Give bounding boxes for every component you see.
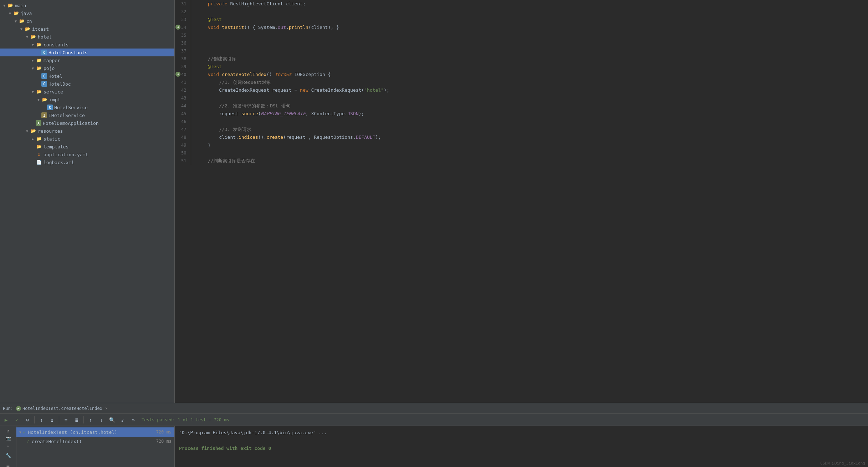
tree-item-resources[interactable]: ▼📂resources	[0, 127, 174, 135]
tree-arrow-resources[interactable]: ▼	[24, 129, 30, 133]
code-line-51: 51 //判断索引库是否存在	[175, 157, 868, 165]
star-icon[interactable]: ✦	[3, 443, 14, 448]
expand-button[interactable]: ↙	[118, 415, 127, 425]
reload-icon[interactable]: ↺	[3, 428, 14, 433]
tree-item-hotel[interactable]: ▼📂hotel	[0, 33, 174, 41]
tree-item-templates[interactable]: 📂templates	[0, 143, 174, 151]
test-item-1[interactable]: ✓createHotelIndex()720 ms	[16, 437, 174, 446]
tree-icon-app: A	[36, 120, 41, 126]
tree-item-impl[interactable]: ▼📂impl	[0, 96, 174, 103]
tree-item-HotelConstants[interactable]: CHotelConstants	[0, 49, 174, 56]
rerun-button[interactable]: ↕	[37, 415, 46, 425]
wrench-icon[interactable]: 🔧	[3, 453, 14, 458]
tree-item-mapper[interactable]: ▶📁mapper	[0, 56, 174, 64]
line-code-40: void createHotelIndex() throws IOExcepti…	[191, 71, 868, 78]
line-code-36	[191, 39, 868, 47]
line-num-36: 36	[175, 39, 191, 47]
tree-item-HotelService[interactable]: CHotelService	[0, 103, 174, 111]
tree-item-logback.xml[interactable]: 📄logback.xml	[0, 158, 174, 166]
line-num-31: 31	[175, 0, 191, 8]
code-line-49: 49 }	[175, 141, 868, 149]
test-item-0[interactable]: ▼✓HotelIndexTest (cn.itcast.hotel)720 ms	[16, 427, 174, 437]
more-button[interactable]: »	[129, 415, 138, 425]
tree-item-static[interactable]: ▶📁static	[0, 135, 174, 143]
tree-arrow-service[interactable]: ▼	[30, 90, 36, 94]
tree-label-impl: impl	[49, 97, 60, 102]
tree-label-templates: templates	[44, 144, 68, 149]
stop-button[interactable]: ⊘	[23, 415, 32, 425]
tree-item-service[interactable]: ▼📂service	[0, 88, 174, 96]
check-button[interactable]: ✓	[12, 415, 21, 425]
tree-label-constants: constants	[44, 42, 68, 47]
down-button[interactable]: ↓	[97, 415, 106, 425]
run-tab[interactable]: ▶ HotelIndexTest.createHotelIndex ✕	[16, 406, 108, 411]
sort-button[interactable]: ≡	[61, 415, 71, 425]
tree-arrow-static[interactable]: ▶	[30, 137, 36, 141]
side-panel-icons: ↺ 📷 ✦ 🔧 ■	[0, 426, 16, 467]
tree-arrow-hotel[interactable]: ▼	[24, 35, 30, 39]
tree-icon-folder-closed: 📁	[36, 136, 42, 142]
tree-item-cn[interactable]: ▼📂cn	[0, 17, 174, 25]
tree-arrow-itcast[interactable]: ▼	[19, 27, 24, 31]
run-tab-text: HotelIndexTest.createHotelIndex	[22, 406, 102, 411]
run-tab-icon: ▶	[16, 406, 21, 411]
tree-arrow-mapper[interactable]: ▶	[30, 59, 36, 62]
tree-item-constants[interactable]: ▼📂constants	[0, 41, 174, 49]
tree-arrow-impl[interactable]: ▼	[36, 98, 41, 102]
tree-arrow-cn[interactable]: ▼	[13, 19, 19, 23]
tree-item-itcast[interactable]: ▼📂itcast	[0, 25, 174, 33]
code-line-35: 35	[175, 31, 868, 39]
camera-icon[interactable]: 📷	[3, 436, 14, 441]
code-line-42: 42 CreateIndexRequest request = new Crea…	[175, 86, 868, 94]
tree-label-main: main	[15, 3, 26, 8]
tree-label-mapper: mapper	[44, 58, 60, 63]
run-panel: Run: ▶ HotelIndexTest.createHotelIndex ✕…	[0, 403, 868, 467]
console-line-1: "D:\Program Files\Java\jdk-17.0.4.1\bin\…	[179, 429, 864, 437]
tree-label-HotelService: HotelService	[54, 105, 88, 110]
tree-item-main[interactable]: ▼📂main	[0, 1, 174, 9]
run-button[interactable]: ▶	[1, 415, 11, 425]
tree-arrow-main[interactable]: ▼	[1, 4, 7, 7]
line-num-45: 45	[175, 110, 191, 118]
line-num-41: 41	[175, 78, 191, 86]
line-num-32: 32	[175, 8, 191, 16]
code-line-47: 47 //3. 发送请求	[175, 126, 868, 133]
tree-arrow-pojo[interactable]: ▼	[30, 66, 36, 70]
tree-arrow-constants[interactable]: ▼	[30, 43, 36, 47]
test-label-0: HotelIndexTest (cn.itcast.hotel)	[28, 430, 117, 435]
rerun2-button[interactable]: ↨	[47, 415, 57, 425]
line-code-31: private RestHighLevelClient client;	[191, 0, 868, 8]
line-num-39: 39	[175, 63, 191, 71]
test-label-1: createHotelIndex()	[31, 439, 82, 444]
stop-small-icon[interactable]: ■	[3, 464, 14, 467]
line-num-40: 40↺	[175, 71, 191, 78]
sort2-button[interactable]: ≣	[72, 415, 81, 425]
tree-icon-folder-plain: 📂	[36, 143, 42, 150]
code-line-33: 33 @Test	[175, 16, 868, 24]
tree-icon-class-c: C	[41, 73, 47, 79]
watermark: CSDN @Ding_JiaxIong	[820, 461, 865, 466]
line-num-43: 43	[175, 94, 191, 102]
tree-icon-folder-open: 📂	[30, 128, 36, 134]
tree-item-java[interactable]: ▼📂java	[0, 9, 174, 17]
up-button[interactable]: ↑	[86, 415, 95, 425]
tree-item-application.yaml[interactable]: ⚙application.yaml	[0, 151, 174, 158]
tree-item-IHotelService[interactable]: IIHotelService	[0, 111, 174, 119]
test-tree: ▼✓HotelIndexTest (cn.itcast.hotel)720 ms…	[16, 426, 175, 467]
tree-item-pojo[interactable]: ▼📂pojo	[0, 64, 174, 72]
line-code-50	[191, 149, 868, 157]
tree-icon-folder-open: 📂	[7, 2, 14, 9]
code-line-36: 36	[175, 39, 868, 47]
tree-label-resources: resources	[38, 128, 63, 134]
tree-item-HotelDoc[interactable]: CHotelDoc	[0, 80, 174, 88]
file-tree: ▼📂main▼📂java▼📂cn▼📂itcast▼📂hotel▼📂constan…	[0, 0, 175, 403]
tree-arrow-java[interactable]: ▼	[7, 11, 13, 15]
close-tab-button[interactable]: ✕	[105, 406, 108, 411]
tree-item-HotelDemoApplication[interactable]: AHotelDemoApplication	[0, 119, 174, 127]
tree-label-HotelConstants: HotelConstants	[48, 50, 88, 55]
separator1	[34, 416, 35, 423]
tree-item-Hotel[interactable]: CHotel	[0, 72, 174, 80]
line-code-37	[191, 47, 868, 55]
gutter-icon-40: ↺	[175, 72, 180, 77]
search-button[interactable]: 🔍	[107, 415, 117, 425]
